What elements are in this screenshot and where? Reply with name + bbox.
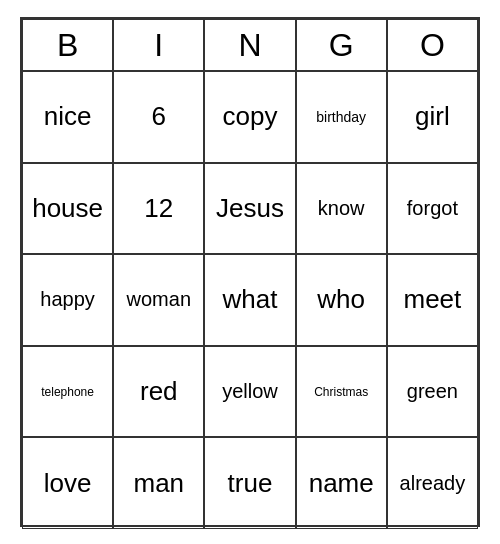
cell-r1-c4: forgot — [387, 163, 478, 255]
cell-r2-c0: happy — [22, 254, 113, 346]
cell-r0-c4: girl — [387, 71, 478, 163]
cell-r3-c1: red — [113, 346, 204, 438]
cell-r4-c0: love — [22, 437, 113, 529]
cell-r3-c0: telephone — [22, 346, 113, 438]
cell-r2-c1: woman — [113, 254, 204, 346]
cell-r0-c0: nice — [22, 71, 113, 163]
cell-r4-c3: name — [296, 437, 387, 529]
cell-r4-c2: true — [204, 437, 295, 529]
cell-r0-c2: copy — [204, 71, 295, 163]
cell-r2-c4: meet — [387, 254, 478, 346]
cell-r1-c2: Jesus — [204, 163, 295, 255]
header-N: N — [204, 19, 295, 71]
cell-r4-c1: man — [113, 437, 204, 529]
cell-r3-c4: green — [387, 346, 478, 438]
cell-r0-c1: 6 — [113, 71, 204, 163]
header-I: I — [113, 19, 204, 71]
header-O: O — [387, 19, 478, 71]
cell-r1-c0: house — [22, 163, 113, 255]
header-G: G — [296, 19, 387, 71]
cell-r1-c1: 12 — [113, 163, 204, 255]
cell-r0-c3: birthday — [296, 71, 387, 163]
header-B: B — [22, 19, 113, 71]
cell-r4-c4: already — [387, 437, 478, 529]
bingo-card: BINGOnice6copybirthdaygirlhouse12Jesuskn… — [20, 17, 480, 527]
cell-r3-c3: Christmas — [296, 346, 387, 438]
cell-r2-c3: who — [296, 254, 387, 346]
cell-r1-c3: know — [296, 163, 387, 255]
cell-r3-c2: yellow — [204, 346, 295, 438]
cell-r2-c2: what — [204, 254, 295, 346]
